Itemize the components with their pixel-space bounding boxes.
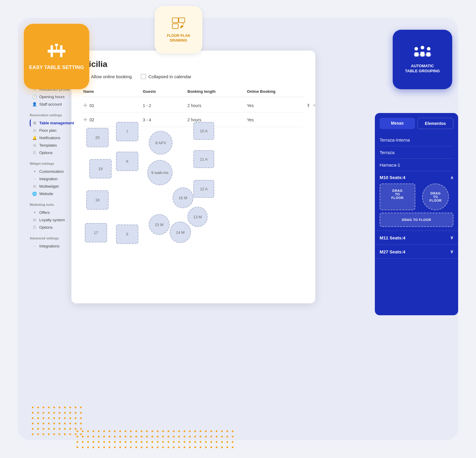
svg-point-70 bbox=[43, 433, 44, 435]
svg-point-162 bbox=[205, 441, 207, 443]
floor-table-7[interactable]: 7 bbox=[116, 122, 138, 141]
panel-item-terraza[interactable]: Terraza bbox=[380, 146, 453, 159]
floor-plan-sidebar-icon: ⊟ bbox=[32, 128, 37, 133]
svg-point-34 bbox=[64, 412, 66, 414]
sidebar-item-integration[interactable]: → Integration bbox=[30, 175, 89, 183]
badge-floor-plan: FLOOR PLAN DRAWING bbox=[155, 6, 202, 54]
svg-point-131 bbox=[200, 436, 201, 437]
tab-mesas[interactable]: Mesas bbox=[380, 118, 415, 129]
right-panel: Mesas Elementos Terraza-Interna Terraza … bbox=[375, 113, 458, 315]
sidebar-item-opening-hours[interactable]: 🕐 Opening hours bbox=[30, 93, 89, 101]
floor-table-14m[interactable]: 14 M bbox=[170, 222, 191, 243]
sidebar-item-loyalty[interactable]: ⊞ Loyalty system bbox=[30, 216, 89, 224]
sidebar-item-multiwidget[interactable]: ⊞ Multiwidget bbox=[30, 183, 89, 190]
svg-point-82 bbox=[98, 430, 100, 432]
svg-point-100 bbox=[194, 430, 196, 432]
svg-point-178 bbox=[130, 446, 132, 448]
svg-point-11 bbox=[414, 47, 418, 51]
sidebar-item-table-management[interactable]: ⊞ Table management bbox=[30, 119, 89, 127]
svg-point-26 bbox=[75, 407, 76, 408]
sidebar-item-integrations[interactable]: → Integrations bbox=[30, 242, 89, 250]
panel-item-hamaca[interactable]: Hamaca-1 bbox=[380, 159, 453, 171]
drag-box-square[interactable]: DRAGTOFLOOR bbox=[380, 183, 415, 210]
svg-point-120 bbox=[141, 436, 143, 437]
panel-group-m10-header[interactable]: M10 Seats:4 ∧ bbox=[380, 175, 453, 180]
floor-table-8apv[interactable]: 8 APV bbox=[149, 131, 173, 155]
panel-item-terraza-interna[interactable]: Terraza-Interna bbox=[380, 134, 453, 146]
svg-point-88 bbox=[130, 430, 132, 432]
floor-table-20[interactable]: 20 bbox=[86, 128, 109, 147]
svg-point-191 bbox=[200, 446, 201, 448]
booking-options: Allow online booking Collapsed in calend… bbox=[83, 74, 303, 79]
svg-point-102 bbox=[205, 430, 207, 432]
drag-box-large[interactable]: DRAG TO FLOOR bbox=[380, 213, 453, 227]
svg-rect-5 bbox=[55, 44, 58, 46]
svg-point-13 bbox=[427, 47, 430, 51]
sidebar-item-notifications[interactable]: 🔔 Notifications bbox=[30, 134, 89, 142]
floor-table-5[interactable]: 5 bbox=[116, 225, 138, 244]
floor-table-9walkings[interactable]: 9 walk-ins bbox=[147, 160, 173, 185]
floor-table-10a[interactable]: 10 A bbox=[193, 122, 214, 140]
sidebar-item-options-reservation[interactable]: ☰ Options bbox=[30, 149, 89, 156]
loyalty-icon: ⊞ bbox=[32, 218, 37, 222]
svg-point-71 bbox=[48, 433, 50, 435]
svg-point-187 bbox=[178, 446, 180, 448]
online-booking-checkbox[interactable]: Allow online booking bbox=[83, 74, 132, 79]
panel-group-m27[interactable]: M27 Seats:4 ∨ bbox=[375, 245, 458, 259]
floor-table-19[interactable]: 19 bbox=[89, 159, 112, 178]
page-title: Sicilia bbox=[83, 59, 303, 69]
sidebar-section-reservation: Reservation settings bbox=[30, 113, 89, 117]
svg-point-46 bbox=[75, 417, 76, 419]
svg-point-153 bbox=[157, 441, 159, 443]
svg-point-114 bbox=[109, 436, 110, 437]
svg-point-91 bbox=[146, 430, 148, 432]
svg-point-18 bbox=[32, 407, 34, 408]
panel-group-m11[interactable]: M11 Seats:4 ∨ bbox=[375, 231, 458, 245]
drag-box-round[interactable]: DRAGTOFLOOR bbox=[422, 183, 449, 210]
sidebar-item-offers[interactable]: ✦ Offers bbox=[30, 209, 89, 216]
sidebar-item-floor-plan[interactable]: ⊟ Floor plan bbox=[30, 127, 89, 134]
sidebar-item-templates[interactable]: ⊞ Templates bbox=[30, 142, 89, 149]
floor-table-12a[interactable]: 12 A bbox=[193, 180, 214, 198]
svg-point-22 bbox=[53, 407, 55, 408]
sidebar-item-options-marketing[interactable]: ☰ Options bbox=[30, 224, 89, 231]
col-guests: Guests bbox=[143, 89, 187, 94]
floor-table-18[interactable]: 18 bbox=[86, 190, 109, 210]
svg-point-138 bbox=[76, 441, 78, 443]
svg-point-41 bbox=[48, 417, 50, 419]
floor-table-16m[interactable]: 16 M bbox=[173, 187, 193, 208]
sidebar-item-website[interactable]: 🌐 Website bbox=[30, 190, 89, 197]
chevron-down-icon: ∨ bbox=[450, 235, 453, 240]
tab-elementos[interactable]: Elementos bbox=[417, 118, 453, 129]
dot-pattern-bottom bbox=[74, 428, 253, 452]
svg-point-36 bbox=[75, 412, 76, 414]
svg-point-121 bbox=[146, 436, 148, 437]
panel-tabs: Mesas Elementos bbox=[380, 118, 453, 129]
svg-point-154 bbox=[162, 441, 164, 443]
svg-point-136 bbox=[226, 436, 228, 437]
svg-point-125 bbox=[167, 436, 169, 437]
sidebar-item-customisation[interactable]: ✦ Customisation bbox=[30, 168, 89, 175]
upload-icon[interactable]: ⬆ bbox=[306, 103, 310, 108]
svg-point-33 bbox=[59, 412, 60, 414]
sidebar-item-staff-account[interactable]: 👤 Staff account bbox=[30, 101, 89, 108]
svg-point-21 bbox=[48, 407, 50, 408]
svg-point-59 bbox=[37, 428, 39, 430]
svg-point-160 bbox=[194, 441, 196, 443]
row1-guests: 1 - 2 bbox=[143, 103, 187, 108]
svg-point-142 bbox=[98, 441, 100, 443]
opening-hours-icon: 🕐 bbox=[32, 95, 37, 99]
floor-table-15m[interactable]: 15 M bbox=[149, 214, 170, 235]
floor-table-13m[interactable]: 13 M bbox=[187, 207, 208, 227]
collapsed-calendar-checkbox[interactable]: Collapsed in calendar bbox=[141, 74, 191, 79]
svg-point-195 bbox=[221, 446, 223, 448]
sidebar-section-marketing: Marketing tools bbox=[30, 203, 89, 206]
svg-point-129 bbox=[189, 436, 191, 437]
svg-point-130 bbox=[194, 436, 196, 437]
edit-icon[interactable]: ✏ bbox=[313, 103, 315, 108]
svg-point-85 bbox=[114, 430, 116, 432]
floor-table-6[interactable]: 6 bbox=[116, 152, 138, 171]
floor-table-11a[interactable]: 11 A bbox=[193, 150, 214, 168]
svg-point-185 bbox=[167, 446, 169, 448]
svg-point-193 bbox=[210, 446, 212, 448]
